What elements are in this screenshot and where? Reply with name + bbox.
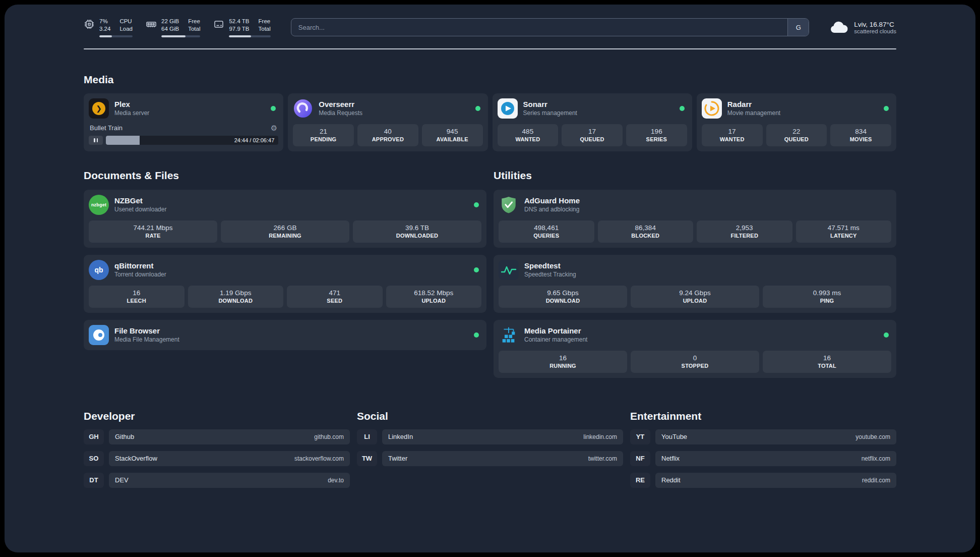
- bookmark-twitter: TW Twitter twitter.com: [357, 451, 623, 466]
- stat-remaining: 266 GBREMAINING: [221, 220, 349, 243]
- service-card-qbittorrent[interactable]: qb qBittorrent Torrent downloader 16LEEC…: [84, 255, 486, 313]
- service-card-plex[interactable]: ❯ Plex Media server Bullet Train ⚙ 24:44…: [84, 93, 283, 151]
- bookmark-group-entertainment: Entertainment YT YouTube youtube.com NF …: [630, 410, 896, 494]
- cpu-icon: [84, 19, 95, 30]
- service-name[interactable]: Plex: [114, 100, 149, 109]
- search-bar: G: [291, 18, 809, 36]
- memory-labels: Free Total: [188, 18, 200, 33]
- stat-running: 16RUNNING: [499, 351, 627, 373]
- service-subtitle: Torrent downloader: [114, 271, 166, 278]
- plex-icon: ❯: [89, 98, 109, 119]
- bookmark-link[interactable]: Github github.com: [109, 429, 350, 444]
- section-title-social: Social: [357, 410, 623, 422]
- service-card-nzbget[interactable]: nzbget NZBGet Usenet downloader 744.21 M…: [84, 190, 486, 248]
- header-divider: [84, 48, 896, 49]
- service-card-sonarr[interactable]: Sonarr Series management 485WANTED 17QUE…: [493, 93, 692, 151]
- disk-resource-widget: 52.4 TB 97.9 TB Free Total: [213, 18, 270, 37]
- stat-pending: 21PENDING: [293, 124, 354, 146]
- bookmark-link[interactable]: DEV dev.to: [109, 473, 350, 488]
- stat-seed: 471SEED: [287, 286, 383, 308]
- filebrowser-icon: [89, 325, 109, 345]
- service-card-overseerr[interactable]: Overseerr Media Requests 21PENDING 40APP…: [288, 93, 487, 151]
- section-title-documents: Documents & Files: [84, 170, 486, 182]
- memory-resource-widget: 22 GiB 64 GiB Free Total: [146, 18, 200, 37]
- service-name[interactable]: qBittorrent: [114, 261, 166, 271]
- service-subtitle: DNS and adblocking: [524, 206, 580, 213]
- bookmark-link[interactable]: StackOverflow stackoverflow.com: [109, 451, 350, 466]
- service-subtitle: Series management: [523, 109, 577, 117]
- documents-group: Documents & Files nzbget NZBGet Usenet d…: [84, 170, 486, 350]
- weather-location: Lviv, 16.87°C: [854, 21, 896, 28]
- stat-download: 9.65 GbpsDOWNLOAD: [499, 286, 627, 308]
- service-name[interactable]: Radarr: [727, 100, 780, 109]
- service-name[interactable]: Sonarr: [523, 100, 577, 109]
- service-card-adguard[interactable]: AdGuard Home DNS and adblocking 498,461Q…: [494, 190, 896, 248]
- playback-progress-bar[interactable]: 24:44 / 02:06:47: [106, 136, 278, 145]
- service-card-portainer[interactable]: Media Portainer Container management 16R…: [494, 320, 896, 378]
- memory-progress-bar: [161, 35, 200, 37]
- radarr-icon: [702, 98, 722, 119]
- bookmark-link[interactable]: Twitter twitter.com: [382, 451, 623, 466]
- stat-ping: 0.993 msPING: [763, 286, 891, 308]
- stat-queued: 22QUEUED: [766, 124, 827, 146]
- bookmark-abbr: LI: [357, 429, 377, 444]
- stat-queued: 17QUEUED: [562, 124, 623, 146]
- service-name[interactable]: File Browser: [114, 326, 179, 336]
- stat-leech: 16LEECH: [89, 286, 185, 308]
- service-card-speedtest[interactable]: Speedtest Speedtest Tracking 9.65 GbpsDO…: [494, 255, 896, 313]
- disk-progress-bar: [229, 35, 270, 37]
- status-dot: [680, 106, 685, 111]
- service-name[interactable]: Media Portainer: [524, 326, 587, 336]
- bookmark-reddit: RE Reddit reddit.com: [630, 473, 896, 488]
- section-title-entertainment: Entertainment: [630, 410, 896, 422]
- stat-downloaded: 39.6 TBDOWNLOADED: [353, 220, 481, 243]
- bookmark-linkedin: LI LinkedIn linkedin.com: [357, 429, 623, 444]
- pause-button[interactable]: [89, 136, 103, 145]
- bookmark-abbr: YT: [630, 429, 650, 444]
- status-dot: [474, 202, 479, 207]
- bookmark-link[interactable]: Reddit reddit.com: [655, 473, 896, 488]
- bookmark-link[interactable]: YouTube youtube.com: [655, 429, 896, 444]
- weather-widget: Lviv, 16.87°C scattered clouds: [829, 20, 896, 34]
- search-provider-button[interactable]: G: [787, 19, 809, 36]
- cpu-labels: CPU Load: [119, 18, 133, 33]
- stat-download: 1.19 GbpsDOWNLOAD: [188, 286, 284, 308]
- bookmark-stackoverflow: SO StackOverflow stackoverflow.com: [84, 451, 350, 466]
- service-name[interactable]: Overseerr: [319, 100, 362, 109]
- bookmark-link[interactable]: LinkedIn linkedin.com: [382, 429, 623, 444]
- bookmark-abbr: RE: [630, 473, 650, 488]
- search-input[interactable]: [291, 19, 787, 36]
- service-name[interactable]: NZBGet: [114, 196, 166, 206]
- cpu-values: 7% 3.24: [99, 18, 110, 33]
- service-subtitle: Container management: [524, 336, 587, 344]
- memory-icon: [146, 19, 157, 30]
- service-name[interactable]: AdGuard Home: [524, 196, 580, 206]
- bookmark-group-developer: Developer GH Github github.com SO StackO…: [84, 410, 350, 494]
- portainer-icon: [499, 325, 519, 345]
- overseerr-icon: [293, 98, 313, 119]
- sonarr-icon: [498, 98, 518, 119]
- utilities-group: Utilities AdGuard Home DNS and: [494, 170, 896, 378]
- dashboard: 7% 3.24 CPU Load: [5, 5, 975, 552]
- bookmarks-area: Developer GH Github github.com SO StackO…: [84, 410, 896, 530]
- stat-wanted: 485WANTED: [498, 124, 559, 146]
- speedtest-icon: [499, 260, 519, 280]
- status-dot: [475, 106, 480, 111]
- service-subtitle: Media File Management: [114, 336, 179, 344]
- service-subtitle: Usenet downloader: [114, 206, 166, 213]
- stat-upload: 9.24 GbpsUPLOAD: [631, 286, 759, 308]
- bookmark-abbr: DT: [84, 473, 104, 488]
- stat-upload: 618.52 MbpsUPLOAD: [386, 286, 482, 308]
- service-name[interactable]: Speedtest: [524, 261, 576, 271]
- playback-time: 24:44 / 02:06:47: [234, 137, 275, 143]
- stat-filtered: 2,953FILTERED: [697, 220, 792, 243]
- status-dot: [884, 106, 889, 111]
- bookmark-link[interactable]: Netflix netflix.com: [655, 451, 896, 466]
- service-subtitle: Movie management: [727, 109, 780, 117]
- service-card-radarr[interactable]: Radarr Movie management 17WANTED 22QUEUE…: [697, 93, 896, 151]
- service-card-filebrowser[interactable]: File Browser Media File Management: [84, 320, 486, 350]
- gear-icon[interactable]: ⚙: [271, 124, 277, 132]
- stat-available: 945AVAILABLE: [422, 124, 483, 146]
- stat-blocked: 86,384BLOCKED: [598, 220, 694, 243]
- service-subtitle: Media Requests: [319, 109, 362, 117]
